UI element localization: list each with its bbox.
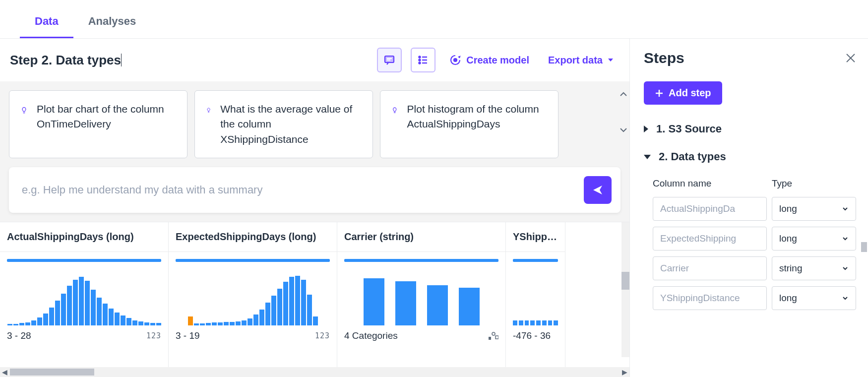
svg-point-5 xyxy=(419,60,421,61)
column-preview: ExpectedShippingDays (long) 3 - 19 123 xyxy=(169,222,337,367)
column-preview: ActualShippingDays (long) 3 - 28 123 xyxy=(0,222,169,367)
caret-right-icon xyxy=(644,126,648,132)
scroll-left-icon[interactable]: ◀ xyxy=(2,368,7,376)
steps-panel: Steps Add step 1. S3 Source 2. Data type… xyxy=(630,39,868,377)
chevron-down-icon xyxy=(607,56,615,64)
column-range: 3 - 19 xyxy=(176,330,200,341)
chevron-down-icon xyxy=(842,205,849,212)
datatype-row: long xyxy=(644,224,856,253)
send-button[interactable] xyxy=(584,176,612,204)
suggestion-text: Plot bar chart of the column OnTimeDeliv… xyxy=(37,102,176,132)
lightbulb-icon xyxy=(206,105,211,116)
suggestion-card[interactable]: Plot bar chart of the column OnTimeDeliv… xyxy=(9,90,187,158)
suggestion-card[interactable]: What is the average value of the column … xyxy=(194,90,373,158)
list-view-button[interactable] xyxy=(411,48,435,72)
model-icon xyxy=(449,54,461,66)
step-label: 2. Data types xyxy=(659,150,726,163)
chat-view-button[interactable] xyxy=(377,48,402,72)
scrollbar-thumb[interactable] xyxy=(10,369,94,376)
histogram-chart xyxy=(513,271,558,325)
histogram-chart xyxy=(176,271,330,325)
chevron-down-icon xyxy=(842,235,849,242)
scroll-right-iconon[interactable]: ▶ xyxy=(622,368,627,376)
chat-input[interactable] xyxy=(22,184,577,196)
type-select[interactable]: long xyxy=(772,286,856,310)
datatype-row: long xyxy=(644,194,856,224)
histogram-chart xyxy=(7,271,161,325)
add-step-label: Add step xyxy=(669,87,711,99)
svg-rect-10 xyxy=(489,337,491,340)
suggestion-scroll[interactable] xyxy=(620,91,627,133)
main-tabs: Data Analyses xyxy=(0,0,868,39)
type-select[interactable]: long xyxy=(772,227,856,251)
column-header[interactable]: Carrier (string) xyxy=(337,222,505,252)
lightbulb-icon xyxy=(391,105,398,116)
suggestion-text: What is the average value of the column … xyxy=(220,102,362,147)
chevron-down-icon xyxy=(842,295,849,302)
toolbar: Step 2. Data types Create model Export d… xyxy=(0,39,629,81)
vertical-scrollbar[interactable] xyxy=(621,222,629,357)
column-name-input[interactable] xyxy=(653,286,767,310)
datatype-row: long xyxy=(644,283,856,313)
suggestion-card[interactable]: Plot histogram of the column ActualShipp… xyxy=(380,90,558,158)
chat-icon xyxy=(383,54,395,66)
type-badge-numeric: 123 xyxy=(315,331,330,340)
chevron-down-icon[interactable] xyxy=(620,127,627,133)
side-scrollbar-thumb[interactable] xyxy=(861,242,867,252)
add-step-button[interactable]: Add step xyxy=(644,81,722,105)
header-column-name: Column name xyxy=(653,178,767,189)
svg-point-11 xyxy=(492,332,495,335)
suggestion-row: Plot bar chart of the column OnTimeDeliv… xyxy=(9,90,620,158)
density-bar xyxy=(344,259,498,262)
step-s3-source[interactable]: 1. S3 Source xyxy=(644,123,856,135)
caret-down-icon xyxy=(644,155,651,159)
type-badge-categorical xyxy=(489,332,498,340)
scrollbar-thumb[interactable] xyxy=(621,272,629,290)
type-select[interactable]: string xyxy=(772,256,856,280)
export-data-button[interactable]: Export data xyxy=(543,55,620,66)
datatype-row: string xyxy=(644,253,856,283)
tab-data[interactable]: Data xyxy=(20,5,73,38)
density-bar xyxy=(176,259,330,262)
column-header[interactable]: YShippingD xyxy=(506,222,565,252)
chat-input-row xyxy=(9,167,620,213)
close-icon xyxy=(845,53,856,63)
assistant-panel: Plot bar chart of the column OnTimeDeliv… xyxy=(0,81,629,222)
plus-icon xyxy=(655,89,664,98)
column-name-input[interactable] xyxy=(653,256,767,280)
tab-analyses[interactable]: Analyses xyxy=(73,5,151,38)
export-data-label: Export data xyxy=(548,55,603,66)
column-header[interactable]: ActualShippingDays (long) xyxy=(0,222,168,252)
type-select[interactable]: long xyxy=(772,197,856,221)
header-type: Type xyxy=(772,178,856,189)
svg-rect-0 xyxy=(385,56,394,63)
density-bar xyxy=(513,259,558,262)
horizontal-scrollbar[interactable]: ◀ ▶ xyxy=(0,367,629,377)
chevron-down-icon xyxy=(842,265,849,272)
svg-point-9 xyxy=(454,59,457,62)
lightbulb-icon xyxy=(20,105,28,116)
step-data-types[interactable]: 2. Data types xyxy=(644,150,856,163)
page-title: Step 2. Data types xyxy=(10,54,122,66)
close-button[interactable] xyxy=(845,53,856,63)
svg-point-3 xyxy=(419,57,421,58)
suggestion-text: Plot histogram of the column ActualShipp… xyxy=(407,102,547,132)
column-preview: YShippingD -476 - 36 xyxy=(506,222,565,367)
send-icon xyxy=(592,184,604,196)
column-header[interactable]: ExpectedShippingDays (long) xyxy=(169,222,337,252)
list-icon xyxy=(417,54,429,66)
category-chart xyxy=(344,271,498,325)
step-label: 1. S3 Source xyxy=(656,123,722,135)
density-bar xyxy=(7,259,161,262)
create-model-button[interactable]: Create model xyxy=(444,54,534,66)
column-range: 3 - 28 xyxy=(7,330,31,341)
svg-point-7 xyxy=(419,63,421,64)
chevron-up-icon[interactable] xyxy=(620,91,627,97)
column-name-input[interactable] xyxy=(653,227,767,251)
datatypes-header: Column name Type xyxy=(644,178,856,194)
svg-rect-12 xyxy=(496,336,498,339)
column-preview: Carrier (string) 4 Categories xyxy=(337,222,506,367)
type-badge-numeric: 123 xyxy=(146,331,161,340)
column-name-input[interactable] xyxy=(653,197,767,221)
steps-title: Steps xyxy=(644,50,684,66)
